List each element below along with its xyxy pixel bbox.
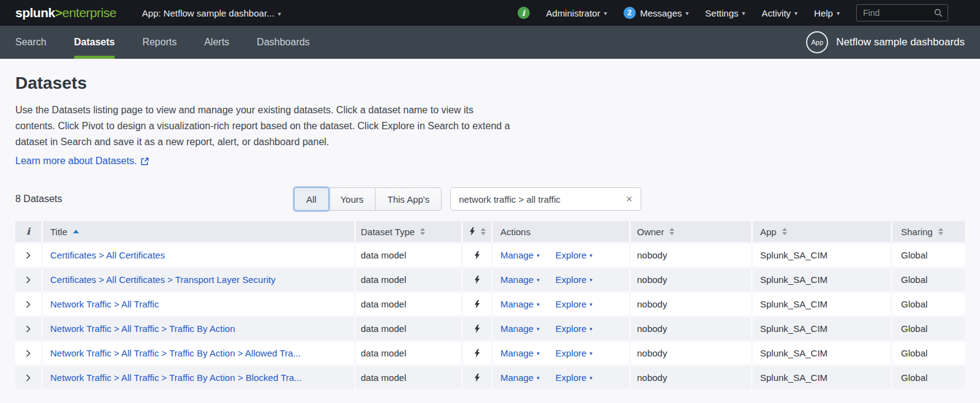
- activity-label: Activity: [762, 8, 791, 18]
- user-menu[interactable]: Administrator▾: [546, 8, 607, 18]
- chevron-down-icon: ▾: [837, 10, 840, 17]
- row-expand-toggle[interactable]: [15, 244, 41, 266]
- row-expand-toggle[interactable]: [15, 268, 41, 291]
- clear-search-icon[interactable]: ×: [617, 194, 641, 205]
- description-line: dataset in Search and save it as a new r…: [15, 134, 965, 150]
- explore-dropdown[interactable]: Explore▾: [556, 250, 592, 260]
- owner-column-header[interactable]: Owner: [631, 221, 751, 242]
- info-column-header: i: [15, 221, 41, 242]
- sharing-value: Global: [901, 274, 927, 285]
- manage-dropdown[interactable]: Manage▾: [500, 323, 540, 334]
- sort-icon: [782, 228, 787, 235]
- find-input[interactable]: [863, 8, 934, 18]
- manage-dropdown[interactable]: Manage▾: [500, 299, 540, 309]
- manage-dropdown[interactable]: Manage▾: [500, 348, 540, 358]
- activity-menu[interactable]: Activity▾: [762, 8, 798, 18]
- title-column-header[interactable]: Title: [43, 221, 354, 242]
- row-expand-toggle[interactable]: [15, 317, 41, 340]
- dataset-title-link[interactable]: Network Traffic > All Traffic > Traffic …: [50, 372, 302, 383]
- scope-button-all[interactable]: All: [294, 187, 329, 211]
- table-row: Network Traffic > All Traffic > Traffic …: [15, 317, 965, 340]
- page-title: Datasets: [15, 73, 965, 93]
- dataset-title-link[interactable]: Certificates > All Certificates: [50, 250, 165, 260]
- dataset-title-link[interactable]: Network Traffic > All Traffic > Traffic …: [50, 323, 235, 334]
- table-row: Certificates > All Certificates data mod…: [15, 244, 965, 266]
- manage-dropdown[interactable]: Manage▾: [500, 250, 540, 260]
- owner-value: nobody: [637, 274, 667, 285]
- app-badge-icon: App: [806, 31, 828, 53]
- current-app-name: Netflow sample dashboards: [836, 36, 965, 48]
- dataset-type-value: data model: [361, 372, 406, 383]
- splunk-logo[interactable]: splunk>enterprise: [15, 6, 116, 20]
- dataset-type-column-header[interactable]: Dataset Type: [356, 221, 461, 242]
- chevron-down-icon: ▾: [742, 10, 745, 17]
- row-expand-toggle[interactable]: [15, 342, 41, 364]
- dataset-filter-input[interactable]: [451, 194, 617, 205]
- explore-dropdown[interactable]: Explore▾: [556, 348, 592, 358]
- acceleration-column-header[interactable]: [463, 221, 491, 242]
- explore-dropdown[interactable]: Explore▾: [556, 274, 592, 285]
- tab-reports[interactable]: Reports: [142, 26, 176, 59]
- app-value: Splunk_SA_CIM: [760, 372, 827, 383]
- datasets-table: i Title Dataset Type Actions Owner: [15, 221, 965, 389]
- app-column-header[interactable]: App: [753, 221, 891, 242]
- learn-more-link[interactable]: Learn more about Datasets.: [15, 156, 149, 167]
- info-icon[interactable]: i: [518, 7, 530, 19]
- description-line: contents. Click Pivot to design a visual…: [15, 118, 965, 134]
- dataset-filter-search[interactable]: ×: [450, 187, 641, 211]
- scope-button-this-apps[interactable]: This App's: [375, 187, 442, 211]
- explore-dropdown[interactable]: Explore▾: [556, 323, 592, 334]
- messages-menu[interactable]: 2 Messages▾: [624, 7, 688, 19]
- manage-dropdown[interactable]: Manage▾: [500, 274, 540, 285]
- sharing-column-header[interactable]: Sharing: [892, 221, 965, 242]
- explore-dropdown[interactable]: Explore▾: [556, 299, 592, 309]
- filter-bar: 8 Datasets All Yours This App's ×: [15, 187, 965, 211]
- tab-search[interactable]: Search: [15, 26, 47, 59]
- owner-value: nobody: [637, 372, 667, 383]
- topbar-right-group: i Administrator▾ 2 Messages▾ Settings▾ A…: [518, 4, 948, 21]
- sort-icon: [938, 228, 943, 235]
- chevron-down-icon: ▾: [537, 326, 540, 332]
- settings-menu[interactable]: Settings▾: [705, 8, 745, 18]
- chevron-right-icon: [26, 301, 31, 308]
- accelerated-indicator-icon: [474, 374, 480, 382]
- sort-icon: [669, 228, 674, 235]
- logo-gt: >: [55, 6, 62, 20]
- chevron-down-icon: ▾: [537, 252, 540, 258]
- user-menu-label: Administrator: [546, 8, 600, 18]
- sharing-value: Global: [901, 250, 927, 260]
- chevron-right-icon: [26, 252, 31, 259]
- sort-ascending-icon: [73, 230, 79, 233]
- app-switcher-menu[interactable]: App: Netflow sample dashboar...▾: [142, 8, 281, 18]
- dataset-title-link[interactable]: Network Traffic > All Traffic: [50, 299, 159, 309]
- row-expand-toggle[interactable]: [15, 293, 41, 315]
- learn-more-label: Learn more about Datasets.: [15, 156, 137, 167]
- accelerated-indicator-icon: [474, 300, 480, 309]
- sort-icon: [420, 228, 425, 235]
- help-menu[interactable]: Help▾: [814, 8, 840, 18]
- chevron-down-icon: ▾: [590, 350, 593, 356]
- tab-alerts[interactable]: Alerts: [204, 26, 229, 59]
- logo-product: enterprise: [62, 6, 116, 20]
- messages-label: Messages: [640, 8, 682, 18]
- chevron-down-icon: ▾: [278, 10, 281, 17]
- app-value: Splunk_SA_CIM: [760, 348, 827, 358]
- find-search-box[interactable]: [856, 4, 948, 21]
- tab-datasets[interactable]: Datasets: [74, 26, 115, 59]
- help-label: Help: [814, 8, 833, 18]
- page-description: Use the Datasets listing page to view an…: [15, 102, 965, 150]
- scope-button-group: All Yours This App's: [294, 187, 442, 211]
- tab-dashboards[interactable]: Dashboards: [257, 26, 309, 59]
- dataset-type-value: data model: [361, 250, 406, 260]
- app-switcher-label: App: Netflow sample dashboar...: [142, 8, 274, 18]
- explore-dropdown[interactable]: Explore▾: [556, 372, 592, 383]
- dataset-title-link[interactable]: Network Traffic > All Traffic > Traffic …: [50, 348, 301, 358]
- navbar-right-group: App Netflow sample dashboards: [806, 31, 965, 53]
- dataset-title-link[interactable]: Certificates > All Certificates > Transp…: [50, 274, 276, 285]
- scope-button-yours[interactable]: Yours: [329, 187, 376, 211]
- sharing-value: Global: [901, 372, 927, 383]
- messages-count-badge: 2: [624, 7, 636, 19]
- row-expand-toggle[interactable]: [15, 366, 41, 389]
- manage-dropdown[interactable]: Manage▾: [500, 372, 540, 383]
- owner-value: nobody: [637, 250, 667, 260]
